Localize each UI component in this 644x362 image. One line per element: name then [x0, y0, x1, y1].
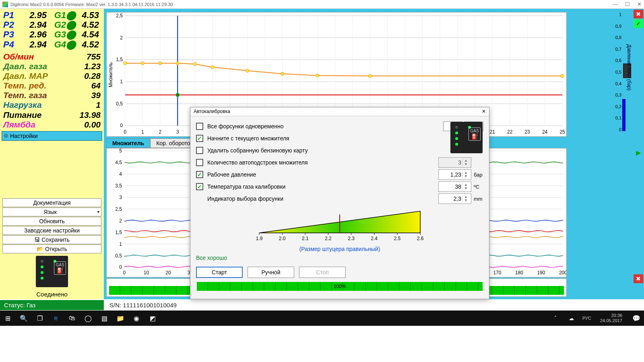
gas-icon[interactable]: GAS: [469, 128, 481, 141]
svg-text:25: 25: [559, 129, 565, 135]
svg-point-73: [316, 74, 319, 77]
windows-start-icon[interactable]: ⊞: [2, 315, 13, 322]
manual-button[interactable]: Ручной: [248, 267, 294, 278]
status-bar: Статус: Газ S/N: 1111161001010049: [0, 299, 644, 311]
nozzle-indicator-input[interactable]: ▲▼: [438, 193, 471, 204]
svg-text:3: 3: [119, 195, 122, 200]
search-icon[interactable]: 🔍: [19, 315, 29, 322]
svg-text:190: 190: [537, 270, 545, 276]
tray-chevron-icon[interactable]: ˄: [550, 315, 561, 321]
svg-text:Множитель: Множитель: [108, 62, 114, 87]
app-icon-1[interactable]: ▧: [99, 315, 109, 322]
status-ok-message: Все хорошо: [196, 255, 483, 261]
notifications-icon[interactable]: 💬: [631, 315, 642, 322]
play-icon[interactable]: ▶: [634, 149, 643, 156]
svg-text:1: 1: [141, 129, 144, 135]
status-dot-icon: ⬤: [66, 10, 73, 20]
svg-rect-76: [176, 93, 179, 97]
tray-lang[interactable]: РУС: [582, 316, 594, 321]
explorer-icon[interactable]: 📁: [115, 315, 126, 322]
svg-point-65: [124, 62, 127, 65]
open-button[interactable]: 📂 Открыть: [2, 245, 101, 253]
right-strip: ✖ ✔ ▶ ✖: [633, 9, 644, 299]
gas-icon[interactable]: GAS: [54, 261, 66, 275]
svg-text:1: 1: [119, 241, 122, 247]
serial-number: S/N: 1111161001010049: [104, 300, 182, 310]
checkbox-delete-petrol-map[interactable]: [196, 147, 203, 154]
checkbox-autotune-count[interactable]: [196, 159, 203, 166]
svg-text:2.0: 2.0: [279, 236, 286, 241]
svg-text:2: 2: [159, 129, 161, 135]
cancel-x-icon-2[interactable]: ✖: [634, 274, 643, 283]
svg-text:2: 2: [120, 35, 123, 41]
gas-indicator-panel-modal: GAS: [450, 122, 483, 153]
injector-row: P1 2.95 G1 ⬤ 4.53: [3, 10, 101, 20]
gas-temp-input[interactable]: ▲▼: [438, 181, 471, 192]
svg-text:0: 0: [123, 270, 126, 276]
digitronic-task-icon[interactable]: ◩: [147, 315, 158, 322]
work-pressure-input[interactable]: ▲▼: [438, 169, 471, 180]
svg-text:3: 3: [176, 129, 179, 135]
dialog-title: Автокалибровка: [194, 109, 230, 115]
settings-toggle[interactable]: Настройки: [2, 131, 102, 141]
nozzle-size-indicator: 1.92.02.12.22.32.42.52.6 (Размер штуцера…: [196, 208, 483, 252]
svg-text:200: 200: [559, 270, 566, 276]
status-dot-icon: ⬤: [66, 30, 73, 39]
svg-text:180: 180: [515, 270, 523, 276]
minimize-icon[interactable]: —: [613, 1, 618, 7]
svg-text:2.4: 2.4: [371, 236, 378, 241]
dialog-close-icon[interactable]: ✕: [482, 109, 486, 115]
tray-clock[interactable]: 20:36 24.05.2017: [600, 313, 625, 323]
task-view-icon[interactable]: ❐: [35, 315, 45, 322]
app-icon: [2, 2, 8, 7]
svg-text:1,5: 1,5: [116, 57, 123, 62]
checkbox-work-pressure[interactable]: ✓: [196, 171, 203, 178]
checkbox-gas-temp[interactable]: ✓: [196, 183, 203, 190]
svg-text:10: 10: [144, 270, 149, 276]
svg-text:2,5: 2,5: [115, 206, 122, 212]
svg-text:1,5: 1,5: [115, 230, 122, 235]
svg-text:0: 0: [120, 123, 123, 128]
confirm-check-icon[interactable]: ✔: [634, 19, 643, 28]
start-button[interactable]: Старт: [196, 267, 243, 278]
svg-point-72: [281, 72, 284, 75]
svg-text:0: 0: [124, 129, 127, 135]
cancel-x-icon[interactable]: ✖: [634, 10, 643, 19]
autocalibration-dialog: Автокалибровка ✕ Все форсунки одновремен…: [190, 107, 489, 299]
language-select[interactable]: Язык▾: [2, 208, 101, 216]
taskbar: ⊞ 🔍 ❐ e 🛍 ◯ ▧ 📁 ◉ ◩ ˄ ☁ РУС 20:36 24.05.…: [0, 311, 644, 326]
factory-reset-button[interactable]: Заводские настройки: [2, 226, 101, 235]
checkbox-start-current[interactable]: ✓: [196, 135, 203, 142]
chrome-canary-icon[interactable]: ◯: [83, 315, 93, 322]
injector-row: P2 2.94 G2 ⬤ 4.52: [3, 20, 101, 30]
maximize-icon[interactable]: ☐: [625, 1, 630, 7]
svg-point-67: [159, 62, 162, 65]
svg-text:2.6: 2.6: [417, 236, 424, 241]
documentation-button[interactable]: Документация: [2, 198, 101, 207]
svg-text:1.9: 1.9: [256, 236, 263, 241]
refresh-button[interactable]: Обновить: [2, 217, 101, 226]
svg-point-71: [246, 69, 249, 72]
save-button[interactable]: 🖫 Сохранить: [2, 235, 101, 244]
store-icon[interactable]: 🛍: [67, 315, 77, 322]
svg-point-68: [176, 62, 179, 65]
svg-text:21: 21: [490, 129, 495, 135]
svg-text:23: 23: [524, 129, 530, 135]
tab-multiplier[interactable]: Множитель: [106, 138, 150, 148]
cloud-icon[interactable]: ☁: [566, 315, 577, 321]
connection-status: Соединено: [0, 289, 104, 299]
edge-icon[interactable]: e: [51, 315, 61, 322]
stats-block: Об/мин755 Давл. газа1.23 Давл. MAP0.28 Т…: [0, 52, 104, 130]
svg-point-75: [561, 74, 564, 78]
status-dot-icon: ⬤: [66, 20, 73, 30]
autotune-count-input[interactable]: ▲▼: [438, 157, 471, 168]
checkbox-all-injectors[interactable]: [196, 123, 203, 130]
svg-text:2,5: 2,5: [116, 13, 123, 19]
chrome-icon[interactable]: ◉: [131, 315, 142, 322]
svg-text:4: 4: [119, 171, 122, 177]
svg-text:2.2: 2.2: [325, 236, 332, 241]
close-icon[interactable]: ✕: [637, 1, 642, 7]
svg-point-69: [194, 62, 197, 66]
stop-button[interactable]: Стоп: [299, 267, 346, 278]
svg-point-66: [141, 62, 144, 65]
